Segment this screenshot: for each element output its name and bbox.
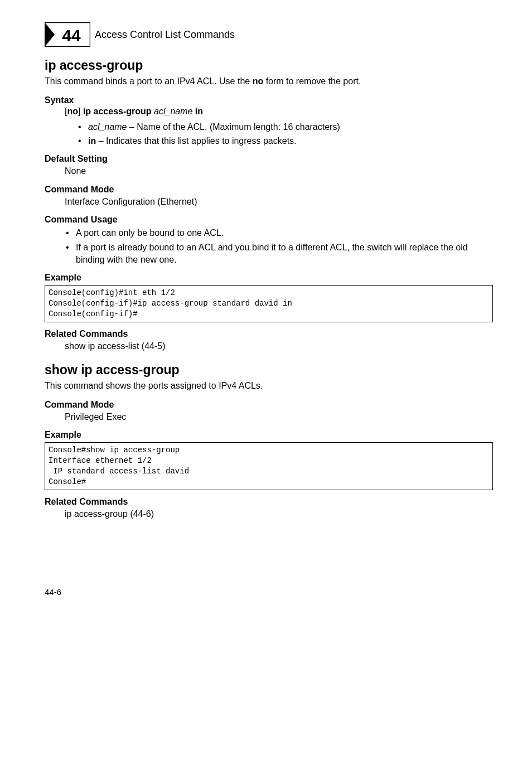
example-code-block: Console(config)#int eth 1/2 Console(conf… <box>45 285 493 322</box>
page-number: 44-6 <box>45 587 493 597</box>
related-heading: Related Commands <box>45 329 493 339</box>
usage-item: If a port is already bound to an ACL and… <box>76 241 493 267</box>
related-heading: Related Commands <box>45 497 493 507</box>
param-name: in <box>88 136 96 146</box>
example-heading: Example <box>45 273 493 283</box>
param-desc: Name of the ACL. (Maximum length: 16 cha… <box>137 122 340 132</box>
syntax-bracket-close: ] <box>78 107 83 116</box>
usage-list: A port can only be bound to one ACL. If … <box>45 227 493 266</box>
mode-value: Privileged Exec <box>65 411 493 423</box>
related-value: ip access-group (44-6) <box>65 508 493 520</box>
syntax-line: [no] ip access-group acl_name in <box>65 107 493 117</box>
param-sep: – <box>96 136 106 146</box>
chapter-title: Access Control List Commands <box>95 29 235 41</box>
svg-text:44: 44 <box>62 26 81 45</box>
param-item: in – Indicates that this list applies to… <box>88 135 493 147</box>
command-title: show ip access-group <box>45 362 493 378</box>
mode-heading: Command Mode <box>45 185 493 195</box>
mode-heading: Command Mode <box>45 400 493 410</box>
param-desc: Indicates that this list applies to ingr… <box>106 136 297 146</box>
command-description: This command binds a port to an IPv4 ACL… <box>45 75 493 88</box>
syntax-opt: in <box>195 107 203 116</box>
example-heading: Example <box>45 430 493 440</box>
command-title: ip access-group <box>45 58 493 73</box>
syntax-cmd: ip access-group <box>83 107 152 116</box>
lead-text-pre: This command binds a port to an IPv4 ACL… <box>45 76 253 86</box>
lead-text-post: form to remove the port. <box>263 76 361 86</box>
syntax-heading: Syntax <box>45 95 493 105</box>
default-value: None <box>65 165 493 177</box>
related-value: show ip access-list (44-5) <box>65 340 493 352</box>
param-name: acl_name <box>88 122 127 132</box>
mode-value: Interface Configuration (Ethernet) <box>65 196 493 208</box>
default-heading: Default Setting <box>45 154 493 164</box>
param-sep: – <box>127 122 137 132</box>
example-code-block: Console#show ip access-group Interface e… <box>45 442 493 490</box>
usage-heading: Command Usage <box>45 215 493 225</box>
syntax-no: no <box>67 107 78 116</box>
chapter-number-icon: 44 <box>45 22 90 47</box>
param-item: acl_name – Name of the ACL. (Maximum len… <box>88 121 493 133</box>
command-description: This command shows the ports assigned to… <box>45 380 493 392</box>
lead-text-bold: no <box>253 76 264 86</box>
param-list: acl_name – Name of the ACL. (Maximum len… <box>45 121 493 148</box>
syntax-arg: acl_name <box>152 107 195 116</box>
usage-item: A port can only be bound to one ACL. <box>76 227 493 239</box>
chapter-header: 44 Access Control List Commands <box>45 22 493 47</box>
